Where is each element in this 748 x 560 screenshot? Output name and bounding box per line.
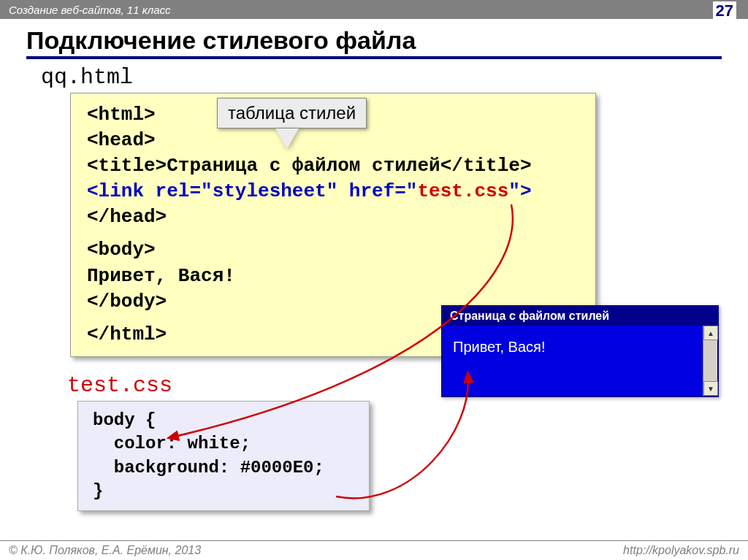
code-line: background: #0000E0; — [93, 456, 354, 480]
code-line: color: white; — [93, 432, 354, 456]
callout-pointer-icon — [275, 129, 299, 149]
callout-label: таблица стилей — [217, 98, 367, 129]
result-text: Привет, Вася! — [453, 339, 545, 355]
code-line-link: <link rel="stylesheet" href="test.css"> — [87, 179, 579, 204]
callout: таблица стилей — [217, 98, 367, 149]
result-window-title: Страница с файлом стилей — [443, 307, 717, 326]
header-subject: Создание веб-сайтов, 11 класс — [9, 4, 171, 16]
filename-html: qq.html — [41, 65, 722, 90]
css-code-box: body { color: white; background: #0000E0… — [77, 401, 370, 512]
footer-url: http://kpolyakov.spb.ru — [623, 544, 739, 557]
page-number: 27 — [713, 1, 736, 20]
header-bar: Создание веб-сайтов, 11 класс — [0, 0, 748, 19]
result-window-body: Привет, Вася! ▲ ▼ — [443, 326, 717, 396]
footer: © К.Ю. Поляков, Е.А. Ерёмин, 2013 http:/… — [0, 540, 748, 560]
code-line: body { — [93, 409, 354, 432]
scrollbar[interactable]: ▲ ▼ — [703, 326, 717, 396]
code-line: <body> — [87, 237, 579, 263]
code-line: Привет, Вася! — [87, 264, 579, 289]
footer-copyright: © К.Ю. Поляков, Е.А. Ерёмин, 2013 — [9, 544, 201, 557]
code-line: } — [93, 480, 354, 503]
code-line: <title>Страница с файлом стилей</title> — [87, 153, 579, 179]
result-window: Страница с файлом стилей Привет, Вася! ▲… — [441, 305, 719, 397]
scroll-up-icon[interactable]: ▲ — [703, 326, 718, 340]
code-line: </head> — [87, 204, 579, 230]
slide-title: Подключение стилевого файла — [26, 26, 722, 59]
scroll-down-icon[interactable]: ▼ — [703, 381, 718, 396]
